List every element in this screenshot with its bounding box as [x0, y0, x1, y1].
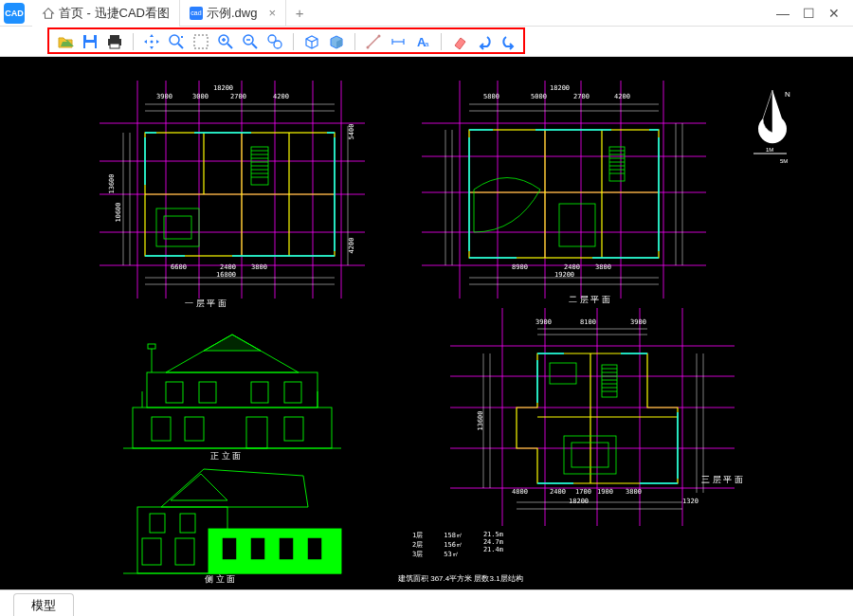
- svg-rect-9: [194, 35, 208, 48]
- svg-text:1M: 1M: [766, 147, 773, 153]
- svg-rect-1: [86, 35, 94, 40]
- svg-rect-126: [148, 344, 155, 349]
- elevation-front: [114, 317, 351, 455]
- dim-text: 6600: [171, 263, 187, 271]
- svg-rect-140: [280, 538, 293, 559]
- zoom-extents-button[interactable]: [166, 31, 187, 52]
- dim-text: 4200: [348, 238, 355, 254]
- dim-text: 5800: [483, 93, 499, 100]
- compass-icon: N 1M 5M: [749, 85, 796, 171]
- dim-text: 5000: [531, 93, 547, 100]
- svg-rect-163: [602, 365, 617, 397]
- 3d-wireframe-button[interactable]: [301, 31, 322, 52]
- maximize-button[interactable]: ☐: [803, 6, 815, 21]
- elev-2-label: 侧 立 面: [205, 573, 235, 586]
- svg-rect-135: [175, 538, 194, 565]
- svg-rect-56: [164, 216, 191, 239]
- erase-button[interactable]: [449, 31, 470, 52]
- dim-text: 2400: [564, 263, 580, 271]
- svg-rect-120: [284, 417, 303, 441]
- dim-text: 2700: [573, 93, 590, 100]
- app-logo-icon: CAD: [4, 3, 25, 24]
- svg-rect-124: [284, 382, 301, 403]
- drawing-canvas[interactable]: N 1M 5M: [0, 57, 853, 589]
- save-button[interactable]: [80, 31, 100, 52]
- 3d-shaded-button[interactable]: [326, 31, 347, 52]
- text-button[interactable]: Aa: [412, 31, 433, 52]
- svg-rect-5: [110, 44, 119, 48]
- svg-rect-95: [559, 204, 595, 246]
- dim-text: 1320: [682, 498, 699, 505]
- new-tab-button[interactable]: +: [286, 5, 313, 21]
- model-tab[interactable]: 模型: [13, 593, 74, 616]
- dim-text: 8100: [580, 318, 596, 326]
- svg-point-20: [367, 45, 370, 48]
- svg-line-15: [252, 44, 257, 48]
- close-button[interactable]: ✕: [828, 6, 840, 21]
- dim-text: 5400: [348, 124, 355, 140]
- dim-text: 18200: [550, 84, 570, 92]
- dim-text: 3800: [626, 488, 642, 496]
- window-controls: — ☐ ✕: [776, 6, 849, 21]
- pan-button[interactable]: [141, 31, 162, 52]
- plan-2-label: 二 层 平 面: [569, 294, 610, 306]
- svg-rect-55: [156, 208, 199, 246]
- redo-button[interactable]: [499, 31, 519, 52]
- dim-text: 13600: [108, 173, 116, 193]
- svg-rect-139: [251, 538, 264, 559]
- tab-file[interactable]: cad 示例.dwg ×: [180, 0, 286, 27]
- elevation-side: [114, 455, 351, 578]
- tab-file-label: 示例.dwg: [207, 5, 257, 22]
- svg-rect-96: [609, 147, 625, 181]
- elev-1-label: 正 立 面: [210, 450, 241, 462]
- dim-text: 4200: [614, 93, 630, 100]
- undo-button[interactable]: [474, 31, 495, 52]
- dim-text: 1700: [575, 488, 591, 496]
- info-table: 1层2层3层 158㎡156㎡53㎡ 21.5m24.7m21.4m: [412, 531, 503, 559]
- zoom-window-button[interactable]: [191, 31, 211, 52]
- info-text: 建筑面积 367.4平方米 层数3.1层结构: [398, 573, 523, 584]
- dim-text: 10600: [115, 202, 122, 222]
- dim-text: 2400: [220, 263, 236, 271]
- floor-plan-3: [450, 308, 735, 526]
- svg-point-18: [274, 41, 281, 48]
- minimize-button[interactable]: —: [776, 6, 789, 21]
- zoom-realtime-button[interactable]: [264, 31, 285, 52]
- svg-rect-123: [251, 382, 268, 403]
- svg-line-19: [368, 36, 379, 47]
- svg-rect-171: [550, 363, 576, 384]
- svg-rect-134: [142, 538, 161, 565]
- dim-text: 1900: [597, 488, 613, 496]
- dim-text: 3900: [630, 318, 646, 326]
- svg-text:a: a: [425, 40, 429, 48]
- plan-3-label: 三 层 平 面: [701, 474, 743, 486]
- svg-rect-121: [166, 382, 183, 403]
- svg-point-6: [151, 40, 154, 43]
- tab-home[interactable]: 首页 - 迅捷CAD看图: [32, 0, 180, 27]
- svg-text:N: N: [785, 90, 790, 99]
- dim-text: 3800: [595, 263, 611, 271]
- measure-line-button[interactable]: [363, 31, 384, 52]
- svg-rect-138: [223, 538, 236, 559]
- measure-dim-button[interactable]: [388, 31, 408, 52]
- svg-point-21: [378, 34, 381, 37]
- print-button[interactable]: [104, 31, 125, 52]
- title-bar: CAD 首页 - 迅捷CAD看图 cad 示例.dwg × + — ☐ ✕: [0, 0, 853, 27]
- tab-home-label: 首页 - 迅捷CAD看图: [59, 5, 170, 22]
- tab-close-button[interactable]: ×: [268, 6, 276, 20]
- svg-point-7: [170, 35, 179, 45]
- dim-text: 18200: [213, 84, 233, 92]
- dim-text: 3900: [535, 318, 552, 326]
- dim-text: 2700: [230, 93, 246, 100]
- open-button[interactable]: [55, 31, 76, 52]
- dim-text: 3900: [156, 93, 172, 100]
- home-icon: [42, 7, 55, 20]
- plan-1-label: 一 层 平 面: [185, 298, 227, 310]
- zoom-out-button[interactable]: [240, 31, 261, 52]
- dim-text: 3000: [192, 93, 209, 100]
- zoom-in-button[interactable]: [215, 31, 236, 52]
- dim-text: 2400: [550, 488, 566, 496]
- svg-rect-113: [133, 408, 332, 448]
- bottom-tab-bar: 模型: [0, 589, 853, 616]
- svg-rect-141: [308, 538, 321, 559]
